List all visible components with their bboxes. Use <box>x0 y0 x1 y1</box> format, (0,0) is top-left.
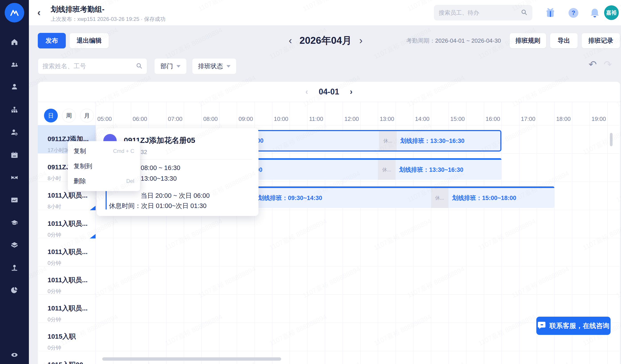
time-tick-label: 13:00 <box>380 116 394 122</box>
sidebar-item-calendar[interactable] <box>11 151 18 159</box>
time-tick-label: 17:00 <box>521 116 535 122</box>
status-dropdown-label: 排班状态 <box>198 62 223 70</box>
export-button[interactable]: 导出 <box>550 33 578 49</box>
contact-support-button[interactable]: 联系客服，在线咨询 <box>536 317 611 335</box>
time-tick-label: 09:00 <box>239 116 253 122</box>
shift-segment-work[interactable]: 划线排班：15:00~18:00 <box>448 188 554 208</box>
employee-search-input[interactable]: 搜索姓名、工号 <box>38 58 147 74</box>
shift-segment-work[interactable]: 划线排班：13:30~16:30 <box>396 160 501 180</box>
row-marker-icon <box>90 234 96 239</box>
time-tick-label: 19:00 <box>591 116 606 122</box>
employee-row[interactable]: 1011入职员...0分钟 <box>38 295 96 323</box>
undo-icon[interactable]: ↶ <box>588 60 597 69</box>
prev-day-icon[interactable]: ‹ <box>305 88 308 96</box>
employee-duration: 0分钟 <box>48 231 96 239</box>
period-value: 2026-04-01 ~ 2026-04-30 <box>435 37 501 44</box>
employee-row[interactable]: 1011入职员...0分钟 <box>38 238 96 266</box>
shift-segment-rest[interactable]: 休... <box>379 131 397 150</box>
help-icon[interactable]: ? <box>567 7 580 19</box>
view-toggle-日[interactable]: 日 <box>44 109 58 122</box>
context-menu-item-复制到[interactable]: 复制到 <box>68 160 140 173</box>
sidebar-item-home[interactable] <box>11 38 18 46</box>
exit-edit-button[interactable]: 退出编辑 <box>69 33 109 49</box>
svg-text:?: ? <box>572 10 575 16</box>
sidebar-item-education[interactable] <box>11 219 18 226</box>
time-tick-label: 16:00 <box>486 116 500 122</box>
schedule-bar[interactable]: 划线排班：09:30~14:30休...划线排班：15:00~18:00 <box>255 187 554 208</box>
department-dropdown[interactable]: 部门 <box>154 58 187 74</box>
employee-name: 1011入职员... <box>48 304 96 313</box>
gift-icon[interactable] <box>544 7 556 19</box>
sidebar-item-user-add[interactable] <box>11 128 18 136</box>
prev-month-icon[interactable]: ‹ <box>289 36 292 45</box>
time-tick-label: 12:00 <box>345 116 359 122</box>
redo-icon[interactable]: ↷ <box>604 60 612 69</box>
user-avatar[interactable]: 嘉裕 <box>604 5 619 20</box>
view-toggle-月[interactable]: 月 <box>80 109 94 122</box>
view-toggle-周[interactable]: 周 <box>62 109 76 122</box>
status-dropdown[interactable]: 排班状态 <box>192 58 237 74</box>
sidebar-item-pie[interactable] <box>11 286 18 294</box>
shift-segment-rest[interactable]: 休... <box>378 160 396 180</box>
employee-row[interactable]: 1011入职员...0分钟 <box>38 266 96 295</box>
sidebar-item-org[interactable] <box>11 106 18 114</box>
sidebar-item-user[interactable] <box>11 83 18 90</box>
employee-name: 1015入职 <box>48 332 96 341</box>
contact-support-label: 联系客服，在线咨询 <box>550 321 609 330</box>
publish-button[interactable]: 发布 <box>38 33 66 49</box>
watermark-text: 1107嘉裕 888888894 <box>163 26 224 61</box>
current-month-label: 2026年04月 <box>300 34 352 47</box>
shift-segment-label: 休... <box>382 166 391 173</box>
schedule-rules-button[interactable]: 排班规则 <box>509 33 546 49</box>
global-search-placeholder: 搜索员工、待办 <box>439 9 521 17</box>
horizontal-scrollbar[interactable] <box>102 357 281 361</box>
employee-search-placeholder: 搜索姓名、工号 <box>42 62 136 70</box>
sidebar-item-staff[interactable] <box>11 264 18 272</box>
search-icon <box>521 9 527 17</box>
month-navigation: ‹ 2026年04月 › <box>279 32 372 49</box>
context-menu-item-删除[interactable]: 删除Del <box>68 175 140 188</box>
back-icon[interactable]: ‹ <box>37 8 41 17</box>
popup-shift-line: 08:00 ~ 16:30 <box>141 164 180 172</box>
app-logo[interactable] <box>5 3 24 22</box>
search-icon <box>136 62 142 70</box>
page-title: 划线排班考勤组- <box>51 4 104 15</box>
notification-bell-icon[interactable] <box>588 7 601 19</box>
vertical-scrollbar[interactable] <box>610 133 613 146</box>
shift-segment-work[interactable]: 划线排班：13:30~16:30 <box>397 131 501 150</box>
shift-segment-label: 划线排班：09:30~14:30 <box>255 194 322 202</box>
employee-row[interactable]: 1011入职员...0分钟 <box>38 210 96 238</box>
popup-shift-line: 13:00~13:30 <box>141 175 177 182</box>
time-tick-label: 07:00 <box>168 116 182 122</box>
sidebar-item-team[interactable] <box>11 60 18 68</box>
shift-segment-rest[interactable]: 休... <box>431 188 448 208</box>
context-menu: 复制Cmd + C复制到删除Del <box>68 141 140 191</box>
context-menu-item-复制[interactable]: 复制Cmd + C <box>68 145 140 157</box>
employee-name: 1011入职员... <box>48 247 96 257</box>
global-search-input[interactable]: 搜索员工、待办 <box>434 5 532 20</box>
employee-row[interactable]: 1015入职0分钟 <box>38 323 96 351</box>
day-navigation: ‹ 04-01 › <box>38 82 620 102</box>
time-tick-label: 05:00 <box>97 116 112 122</box>
chat-icon <box>537 321 546 331</box>
shift-segment-work[interactable]: 划线排班：09:30~14:30 <box>255 188 431 208</box>
sidebar-item-salary[interactable] <box>11 174 18 181</box>
time-tick-label: 14:00 <box>415 116 430 122</box>
next-day-icon[interactable]: › <box>350 88 352 96</box>
sidebar-item-eye[interactable] <box>11 351 18 359</box>
employee-name: 1011入职员... <box>48 191 96 200</box>
employee-name: 1015入职00 <box>48 360 96 364</box>
employee-row[interactable]: 1015入职00 <box>38 351 96 364</box>
period-label: 考勤周期： <box>406 37 435 44</box>
schedule-records-button[interactable]: 排班记录 <box>581 33 620 49</box>
attendance-period: 考勤周期：2026-04-01 ~ 2026-04-30 <box>406 37 501 45</box>
sidebar-item-report[interactable] <box>11 196 18 204</box>
employee-duration: 0分钟 <box>48 260 96 267</box>
context-menu-shortcut: Cmd + C <box>113 148 134 154</box>
department-dropdown-label: 部门 <box>160 62 173 70</box>
next-month-icon[interactable]: › <box>359 36 362 45</box>
sidebar-item-asset[interactable] <box>11 241 18 249</box>
employee-duration: 0分钟 <box>48 316 96 323</box>
popup-shift-line: 休息时间：次日 01:00~次日 01:30 <box>109 202 207 210</box>
shift-segment-label: 划线排班：15:00~18:00 <box>448 194 516 202</box>
